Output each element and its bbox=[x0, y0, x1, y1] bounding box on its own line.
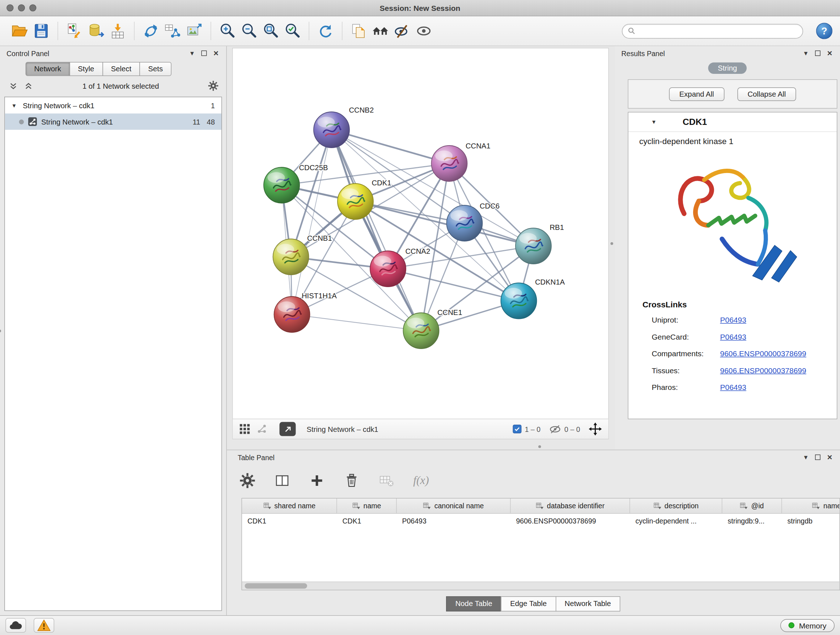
eye-icon[interactable] bbox=[413, 20, 435, 42]
copy-paste-icon[interactable] bbox=[348, 20, 370, 42]
node-CCNA1[interactable]: CCNA1 bbox=[431, 142, 491, 182]
node-CCNB2[interactable]: CCNB2 bbox=[314, 106, 374, 148]
zoom-out-icon[interactable] bbox=[238, 20, 260, 42]
edge-CDK1-RB1[interactable] bbox=[355, 202, 534, 246]
crosslink-value-link[interactable]: P06493 bbox=[720, 383, 746, 391]
column-header-canonical-name[interactable]: canonical name bbox=[397, 499, 511, 513]
results-panel-close-icon[interactable]: × bbox=[824, 48, 836, 59]
birds-eye-grid-icon[interactable] bbox=[240, 424, 250, 434]
database-import-icon[interactable] bbox=[85, 20, 107, 42]
node-CCNB1[interactable]: CCNB1 bbox=[273, 234, 332, 275]
help-button[interactable]: ? bbox=[816, 23, 832, 39]
hidden-eye-icon[interactable] bbox=[549, 424, 561, 434]
column-header-description[interactable]: description bbox=[630, 499, 722, 513]
edge-CCNB2-HIST1H1A[interactable] bbox=[292, 130, 332, 315]
network-collection-row[interactable]: ▼ String Network – cdk1 1 bbox=[5, 97, 222, 114]
refresh-icon[interactable] bbox=[315, 20, 336, 42]
node-CDK1[interactable]: CDK1 bbox=[338, 179, 392, 220]
crosslink-value-link[interactable]: 9606.ENSP00000378699 bbox=[720, 366, 806, 374]
table-import-icon[interactable] bbox=[107, 20, 129, 42]
expand-all-networks-icon[interactable] bbox=[8, 80, 19, 91]
string-results-tab[interactable]: String bbox=[708, 63, 747, 74]
memory-button[interactable]: Memory bbox=[781, 619, 835, 632]
results-panel-float-icon[interactable] bbox=[812, 48, 824, 59]
collapse-all-networks-icon[interactable] bbox=[23, 80, 34, 91]
delete-column-icon[interactable] bbox=[377, 470, 396, 490]
control-panel-collapse-icon[interactable]: ▼ bbox=[186, 48, 198, 59]
tab-sets[interactable]: Sets bbox=[140, 62, 172, 76]
selected-checkbox-icon[interactable] bbox=[513, 424, 522, 433]
image-export-icon[interactable] bbox=[183, 20, 205, 42]
add-row-icon[interactable] bbox=[307, 470, 327, 490]
close-window-icon[interactable] bbox=[6, 4, 14, 11]
crosslink-value-link[interactable]: 9606.ENSP00000378699 bbox=[720, 349, 806, 358]
homes-icon[interactable] bbox=[370, 20, 392, 42]
table-cell[interactable]: stringdb bbox=[782, 514, 840, 529]
edge-CCNB2-CCNE1[interactable] bbox=[332, 130, 422, 331]
tab-style[interactable]: Style bbox=[69, 62, 103, 76]
expand-all-button[interactable]: Expand All bbox=[669, 87, 724, 101]
table-cell[interactable]: CDK1 bbox=[337, 514, 397, 529]
eye-pen-icon[interactable] bbox=[392, 20, 413, 42]
zoom-selected-icon[interactable] bbox=[282, 20, 303, 42]
maximize-window-icon[interactable] bbox=[29, 4, 36, 11]
table-cell[interactable]: CDK1 bbox=[242, 514, 337, 529]
collection-disclosure-icon[interactable]: ▼ bbox=[11, 103, 19, 109]
gear-icon[interactable] bbox=[238, 470, 257, 490]
network-table-icon[interactable] bbox=[162, 20, 183, 42]
node-CCNA2[interactable]: CCNA2 bbox=[370, 247, 430, 287]
edge-HIST1H1A-CCNE1[interactable] bbox=[292, 315, 421, 331]
tab-network-table[interactable]: Network Table bbox=[555, 597, 620, 612]
tab-select[interactable]: Select bbox=[103, 62, 140, 76]
split-columns-icon[interactable] bbox=[272, 470, 292, 490]
network-share-icon[interactable] bbox=[140, 20, 162, 42]
warnings-button[interactable] bbox=[34, 618, 54, 633]
column-header-name[interactable]: name bbox=[337, 499, 397, 513]
control-panel-float-icon[interactable] bbox=[198, 48, 210, 59]
table-cell[interactable]: P06493 bbox=[397, 514, 511, 529]
tab-network[interactable]: Network bbox=[26, 62, 70, 76]
table-panel-float-icon[interactable] bbox=[812, 452, 824, 463]
network-options-gear-icon[interactable] bbox=[208, 80, 219, 91]
table-row[interactable]: CDK1CDK1P064939606.ENSP00000378699cyclin… bbox=[242, 514, 840, 529]
column-header-shared-name[interactable]: shared name bbox=[242, 499, 337, 513]
protein-disclosure-icon[interactable]: ▼ bbox=[651, 119, 659, 125]
table-hscrollbar[interactable] bbox=[242, 582, 840, 590]
column-header-namespace[interactable]: namespace bbox=[782, 499, 840, 513]
table-cell[interactable]: cyclin-dependent ... bbox=[630, 514, 722, 529]
zoom-in-icon[interactable] bbox=[217, 20, 238, 42]
pan-crosshair-icon[interactable] bbox=[589, 423, 602, 435]
table-cell[interactable]: 9606.ENSP00000378699 bbox=[511, 514, 630, 529]
table-panel-close-icon[interactable]: × bbox=[824, 452, 836, 463]
collapse-all-button[interactable]: Collapse All bbox=[737, 87, 796, 101]
share-network-icon[interactable] bbox=[257, 424, 268, 434]
network-row[interactable]: String Network – cdk1 11 48 bbox=[5, 114, 222, 130]
search-input[interactable] bbox=[639, 27, 797, 35]
results-panel-collapse-icon[interactable]: ▼ bbox=[800, 48, 812, 59]
search-box[interactable] bbox=[622, 24, 803, 38]
folder-open-icon[interactable] bbox=[9, 20, 30, 42]
hscrollbar-thumb[interactable] bbox=[245, 584, 308, 589]
function-icon[interactable]: f(x) bbox=[411, 470, 431, 490]
crosslink-value-link[interactable]: P06493 bbox=[720, 332, 746, 340]
network-view[interactable]: CCNB2CCNA1CDC25BCDK1CDC6RB1CCNB1CCNA2CDK… bbox=[232, 48, 609, 440]
tab-node-table[interactable]: Node Table bbox=[446, 597, 501, 612]
cloud-button[interactable] bbox=[5, 618, 26, 633]
floppy-save-icon[interactable] bbox=[30, 20, 52, 42]
open-in-new-window-icon[interactable] bbox=[279, 422, 296, 436]
horizontal-splitter-handle[interactable] bbox=[538, 445, 541, 448]
network-canvas[interactable]: CCNB2CCNA1CDC25BCDK1CDC6RB1CCNB1CCNA2CDK… bbox=[233, 49, 609, 420]
vertical-splitter-handle[interactable] bbox=[611, 242, 614, 245]
crosslink-value-link[interactable]: P06493 bbox=[720, 315, 746, 324]
network-import-icon[interactable] bbox=[64, 20, 85, 42]
trash-icon[interactable] bbox=[342, 470, 362, 490]
node-RB1[interactable]: RB1 bbox=[515, 223, 564, 264]
zoom-fit-icon[interactable] bbox=[260, 20, 282, 42]
edge-CCNB2-CCNA1[interactable] bbox=[332, 130, 450, 164]
minimize-window-icon[interactable] bbox=[18, 4, 25, 11]
node-HIST1H1A[interactable]: HIST1H1A bbox=[274, 292, 337, 333]
control-panel-close-icon[interactable]: × bbox=[210, 48, 222, 59]
tab-edge-table[interactable]: Edge Table bbox=[501, 597, 556, 612]
column-header-database-identifier[interactable]: database identifier bbox=[511, 499, 630, 513]
table-cell[interactable]: stringdb:9... bbox=[722, 514, 782, 529]
